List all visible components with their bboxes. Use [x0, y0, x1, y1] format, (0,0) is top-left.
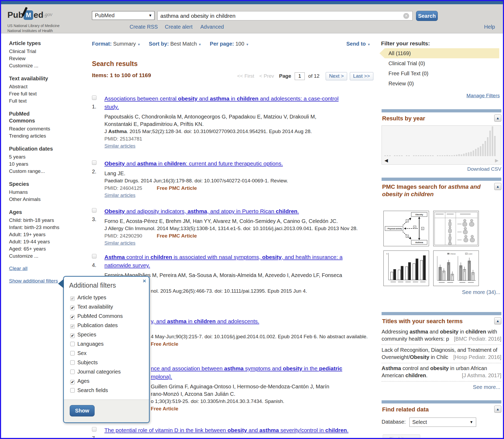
results-filter-item[interactable]: Free Full Text (0): [379, 68, 499, 78]
portlet-drag-strip[interactable]: [382, 178, 501, 181]
sidebar-filter-item[interactable]: Other Animals: [9, 196, 78, 203]
year-bar[interactable]: [466, 153, 467, 156]
year-bar[interactable]: [408, 155, 410, 156]
year-bar[interactable]: [399, 155, 400, 156]
create-rss-link[interactable]: Create RSS: [130, 24, 158, 30]
popup-filter-option[interactable]: ✔Text availability: [70, 304, 149, 313]
sidebar-filter-item[interactable]: Customize ...: [9, 252, 78, 260]
result-title-line[interactable]: mplona].: [151, 372, 373, 381]
pmc-image-thumbnail-3[interactable]: 5: [383, 251, 429, 286]
portlet-drag-strip[interactable]: [382, 312, 501, 315]
checkbox-checked-icon[interactable]: ✔: [70, 333, 75, 338]
sidebar-filter-item[interactable]: Adult: 19-44 years: [9, 238, 78, 245]
format-dropdown[interactable]: Format: Summary ▼: [92, 41, 140, 47]
chart-scroll-right-icon[interactable]: ▶: [495, 158, 498, 163]
checkbox-empty-icon[interactable]: [70, 342, 75, 346]
result-title-line[interactable]: The potential role of vitamin D in the l…: [104, 426, 373, 434]
sidebar-filter-item[interactable]: 10 years: [9, 160, 78, 168]
collapse-portlet-icon[interactable]: ▲: [494, 317, 501, 324]
portlet-drag-strip[interactable]: [382, 109, 501, 112]
year-bar[interactable]: [475, 149, 476, 156]
results-by-year-chart[interactable]: ◀ ▶: [382, 125, 501, 165]
result-title-line[interactable]: study.: [104, 103, 373, 111]
sort-by-dropdown[interactable]: Sort by: Best Match ▼: [149, 41, 202, 47]
year-bar[interactable]: [458, 154, 460, 156]
next-page-button[interactable]: Next >: [326, 72, 347, 80]
search-scope-select[interactable]: PubMed ▼: [92, 11, 154, 20]
portlet-drag-strip[interactable]: [382, 400, 501, 403]
year-bar[interactable]: [420, 155, 422, 156]
sidebar-filter-item[interactable]: Reader comments: [9, 125, 78, 132]
popup-filter-option[interactable]: Sex: [70, 350, 149, 359]
chart-scroll-left-icon[interactable]: ◀: [384, 158, 388, 163]
advanced-link[interactable]: Advanced: [200, 24, 224, 30]
checkbox-checked-icon[interactable]: ✔: [70, 324, 75, 329]
clear-all-link[interactable]: Clear all: [9, 266, 28, 271]
result-title-line[interactable]: nationwide survey.: [104, 261, 373, 269]
sidebar-filter-item[interactable]: Abstract: [9, 83, 78, 90]
pmc-image-thumbnail-2[interactable]: [433, 211, 479, 246]
year-bar[interactable]: [468, 152, 469, 156]
sidebar-filter-item[interactable]: Clinical Trial: [9, 48, 78, 55]
sidebar-filter-item[interactable]: Review: [9, 55, 78, 62]
checkbox-checked-icon[interactable]: ✔: [70, 306, 75, 310]
last-page-button[interactable]: Last >>: [350, 72, 373, 80]
show-additional-filters-link[interactable]: Show additional filters: [9, 278, 58, 284]
results-filter-item[interactable]: Clinical Trial (0): [379, 58, 499, 68]
year-bar[interactable]: [442, 155, 443, 156]
year-bar[interactable]: [401, 155, 403, 156]
pmc-image-thumbnail-4[interactable]: Obese Lean: [433, 251, 479, 286]
checkbox-empty-icon[interactable]: [70, 360, 75, 365]
year-bar[interactable]: [415, 155, 417, 156]
checkbox-empty-icon[interactable]: [70, 370, 75, 374]
result-title-line[interactable]: Obesity and asthma in children: current …: [104, 159, 373, 168]
close-icon[interactable]: ✕: [143, 278, 146, 284]
popup-filter-option[interactable]: ✔Publication dates: [70, 322, 149, 332]
download-csv-link[interactable]: Download CSV: [467, 166, 501, 172]
year-bar[interactable]: [427, 155, 429, 156]
year-bar[interactable]: [406, 155, 407, 156]
collapse-portlet-icon[interactable]: ▲: [494, 183, 501, 190]
result-checkbox[interactable]: [92, 208, 96, 213]
year-bar[interactable]: [451, 155, 453, 156]
year-bar[interactable]: [432, 155, 434, 156]
per-page-dropdown[interactable]: Per page: 100 ▼: [210, 41, 249, 47]
popup-filter-option[interactable]: ✔Article types: [70, 295, 149, 304]
result-title-line[interactable]: Asthma control in children is associated…: [104, 253, 373, 261]
year-bar[interactable]: [478, 148, 479, 156]
result-checkbox[interactable]: [92, 160, 96, 165]
similar-articles-link[interactable]: Similar articles: [104, 240, 135, 247]
year-bar[interactable]: [446, 155, 448, 156]
result-title-line[interactable]: nce and association between asthma sympt…: [151, 364, 373, 372]
similar-articles-link[interactable]: Similar articles: [104, 192, 135, 199]
pmc-image-thumbnail-1[interactable]: Obesity ↓ Physical activity Asthma 2 4 1…: [383, 211, 429, 246]
year-bar[interactable]: [485, 141, 486, 156]
result-checkbox[interactable]: [92, 254, 96, 258]
year-bar[interactable]: [396, 155, 398, 156]
year-bar[interactable]: [473, 151, 474, 156]
popup-filter-option[interactable]: Journal categories: [70, 369, 149, 378]
search-button[interactable]: Search: [416, 11, 438, 21]
year-bar[interactable]: [461, 155, 462, 156]
pubmed-logo[interactable]: PubMed.gov: [7, 10, 52, 22]
sidebar-filter-item[interactable]: Trending articles: [9, 132, 78, 139]
checkbox-checked-icon[interactable]: ✔: [70, 296, 75, 301]
title-match-item[interactable]: Asthma control and obesity in urban Afri…: [382, 363, 501, 381]
year-bar[interactable]: [430, 155, 431, 156]
checkbox-empty-icon[interactable]: [70, 388, 75, 393]
checkbox-empty-icon[interactable]: [70, 351, 75, 355]
title-match-item[interactable]: Lack of Recognition, Diagnosis, and Trea…: [382, 345, 501, 363]
search-input[interactable]: [157, 11, 413, 20]
year-bar[interactable]: [449, 155, 450, 156]
popup-filter-option[interactable]: Search fields: [70, 387, 149, 397]
database-select[interactable]: Select ▼: [409, 418, 476, 427]
collapse-portlet-icon[interactable]: ▲: [494, 115, 501, 122]
results-filter-item[interactable]: All (1169): [379, 48, 499, 58]
show-button[interactable]: Show: [70, 405, 95, 416]
sidebar-filter-item[interactable]: Adult: 19+ years: [9, 231, 78, 238]
create-alert-link[interactable]: Create alert: [165, 24, 193, 30]
sidebar-filter-item[interactable]: Free full text: [9, 90, 78, 97]
clear-search-icon[interactable]: ✕: [403, 13, 409, 19]
year-bar[interactable]: [487, 137, 488, 156]
year-bar[interactable]: [454, 155, 455, 156]
